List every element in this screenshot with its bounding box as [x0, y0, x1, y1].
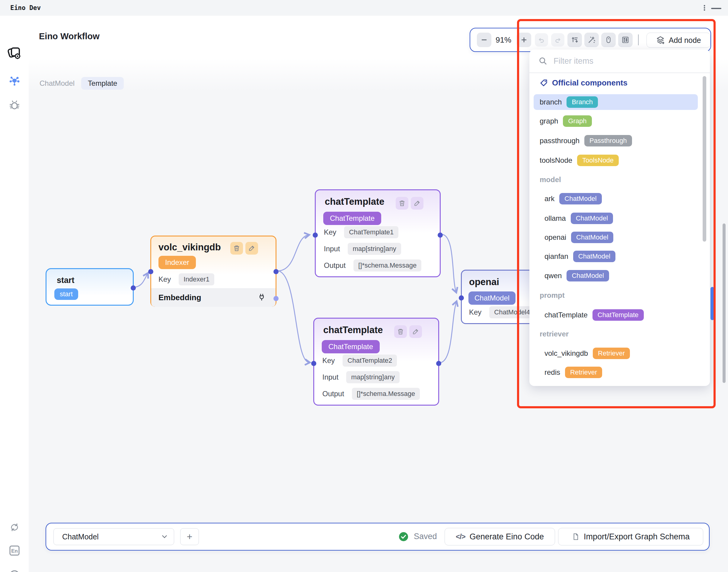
key-label: Key	[322, 356, 335, 365]
input-value-chip: map[string]any	[348, 243, 401, 255]
embedding-port[interactable]	[273, 296, 278, 301]
item-label: graph	[540, 117, 558, 125]
node-title: volc_vikingdb	[158, 242, 221, 253]
edit-node-icon[interactable]	[411, 197, 423, 210]
redo-button[interactable]	[551, 33, 564, 47]
component-item-passthrough[interactable]: passthrough Passthrough	[534, 133, 698, 149]
component-item-openai[interactable]: openai ChatModel	[534, 229, 698, 245]
node-chattemplate-2[interactable]: chatTemplate ChatTemplate Key ChatTempla…	[313, 318, 439, 406]
debug-bug-icon[interactable]	[0, 99, 29, 111]
component-item-ark[interactable]: ark ChatModel	[534, 191, 698, 207]
window-menu-kebab-icon[interactable]	[701, 4, 708, 11]
component-item-chattemplate[interactable]: chatTemplate ChatTemplate	[534, 307, 698, 323]
input-port[interactable]	[148, 269, 153, 274]
tag-icon	[540, 79, 548, 87]
node-type-badge: ChatTemplate	[323, 212, 381, 225]
key-row: Key Indexer1	[158, 272, 214, 287]
delete-node-icon[interactable]	[230, 242, 243, 255]
canvas-toolbar: 91% Add node	[470, 28, 711, 52]
output-port[interactable]	[438, 232, 443, 238]
item-badge: Graph	[563, 115, 591, 127]
edit-node-icon[interactable]	[245, 242, 258, 255]
saved-check-icon	[399, 532, 408, 542]
graph-selector-value: ChatModel	[62, 532, 99, 541]
components-panel: Official components branch Branch graph …	[530, 50, 710, 386]
add-node-button[interactable]: Add node	[647, 32, 711, 48]
group-header-prompt: prompt	[540, 288, 565, 303]
item-label: redis	[545, 368, 560, 377]
item-badge: ChatModel	[571, 213, 613, 224]
group-header-retriever: retriever	[540, 326, 569, 342]
magic-wand-button[interactable]	[584, 32, 599, 47]
node-title: start	[57, 276, 75, 285]
minimap-button[interactable]	[618, 32, 633, 47]
input-label: Input	[322, 373, 338, 381]
item-badge: ToolsNode	[577, 155, 619, 166]
item-label: ollama	[545, 214, 566, 223]
saved-label: Saved	[414, 532, 437, 541]
item-badge: ChatModel	[571, 232, 613, 243]
language-icon[interactable]: En	[0, 544, 29, 557]
component-item-branch[interactable]: branch Branch	[534, 94, 698, 110]
node-volc-vikingdb[interactable]: volc_vikingdb Indexer Key Indexer1 Embed…	[150, 235, 276, 307]
output-port[interactable]	[436, 361, 441, 366]
filter-items-input[interactable]	[553, 56, 687, 66]
key-row: Key ChatModel4	[469, 304, 535, 320]
item-badge: ChatModel	[567, 270, 609, 281]
key-value-chip: ChatTemplate1	[344, 226, 398, 238]
item-label: ark	[545, 195, 554, 203]
app-window: Eino Dev	[0, 0, 728, 572]
undo-button[interactable]	[535, 33, 548, 47]
component-item-ollama[interactable]: ollama ChatModel	[534, 211, 698, 226]
item-label: qwen	[545, 272, 562, 280]
component-item-redis[interactable]: redis Retriever	[534, 364, 698, 380]
search-row	[530, 50, 710, 72]
delete-node-icon[interactable]	[394, 325, 407, 338]
component-item-qianfan[interactable]: qianfan ChatModel	[534, 248, 698, 264]
search-icon	[539, 57, 548, 66]
component-item-graph[interactable]: graph Graph	[534, 113, 698, 129]
input-port[interactable]	[313, 232, 318, 238]
breadcrumb-current[interactable]: Template	[81, 77, 124, 90]
input-port[interactable]	[459, 295, 464, 300]
output-port[interactable]	[273, 269, 278, 274]
graph-selector[interactable]: ChatModel	[54, 528, 174, 545]
output-value-chip: []*schema.Message	[353, 260, 421, 272]
zoom-out-button[interactable]	[477, 32, 491, 47]
mouse-mode-button[interactable]	[601, 32, 616, 47]
zoom-in-button[interactable]	[517, 32, 531, 47]
embedding-section: Embedding	[151, 288, 275, 307]
toolbar-divider	[638, 34, 639, 45]
window-minimize-icon[interactable]	[711, 8, 721, 9]
item-badge: ChatTemplate	[592, 309, 644, 321]
key-label: Key	[158, 275, 171, 284]
refresh-icon[interactable]	[0, 522, 29, 533]
input-value-chip: map[string]any	[346, 371, 399, 383]
help-icon[interactable]: ?	[0, 569, 29, 572]
item-badge: Passthrough	[584, 135, 632, 146]
item-badge: Retriever	[565, 367, 602, 378]
breadcrumb-parent[interactable]: ChatModel	[39, 79, 75, 88]
component-item-volc-vikingdb[interactable]: volc_vikingdb Retriever	[534, 346, 698, 361]
eino-logo[interactable]	[0, 45, 29, 61]
section-title: Official components	[552, 78, 628, 88]
node-chattemplate-1[interactable]: chatTemplate ChatTemplate Key ChatTempla…	[315, 189, 441, 277]
node-title: chatTemplate	[325, 196, 385, 207]
generate-code-button[interactable]: </> Generate Eino Code	[444, 528, 555, 546]
layers-add-icon	[656, 35, 665, 45]
add-graph-button[interactable]: +	[180, 528, 199, 545]
node-title: chatTemplate	[323, 325, 383, 336]
delete-node-icon[interactable]	[396, 197, 408, 210]
component-item-toolsnode[interactable]: toolsNode ToolsNode	[534, 152, 698, 168]
edit-node-icon[interactable]	[409, 325, 422, 338]
panel-scrollbar[interactable]	[703, 76, 706, 241]
component-item-qwen[interactable]: qwen ChatModel	[534, 268, 698, 284]
key-row: Key ChatTemplate2	[322, 353, 397, 368]
input-port[interactable]	[311, 361, 316, 366]
page-scrollbar[interactable]	[723, 223, 726, 383]
workflow-graph-icon[interactable]	[0, 75, 29, 86]
auto-layout-button[interactable]	[567, 32, 582, 47]
import-export-button[interactable]: Import/Export Graph Schema	[558, 528, 703, 546]
node-start[interactable]: start start	[46, 268, 134, 306]
output-port[interactable]	[131, 285, 136, 291]
